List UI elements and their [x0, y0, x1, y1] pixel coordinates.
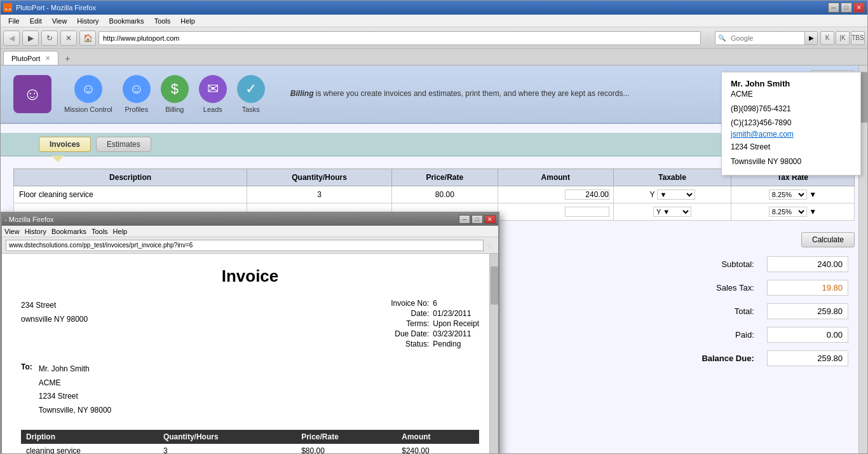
- menu-help[interactable]: Help: [175, 16, 200, 26]
- app-header: ☺ ☺ Mission Control ☺ Profiles: [1, 65, 867, 124]
- billing-description: Billing is where you create invoices and…: [278, 88, 797, 100]
- invoices-tab[interactable]: Invoices: [39, 137, 91, 152]
- menu-view[interactable]: View: [47, 16, 72, 26]
- row2-amount-input[interactable]: [565, 207, 609, 217]
- menu-history[interactable]: History: [72, 16, 104, 26]
- subtotal-value-cell: 240.00: [761, 252, 855, 276]
- tab-label: PlutoPort: [11, 55, 40, 62]
- overlay-bookmark-star[interactable]: ☆: [486, 240, 494, 251]
- reload-button[interactable]: ↻: [41, 31, 58, 46]
- profile-popup: Mr. John Smith ACME (B)(098)765-4321 (C)…: [721, 72, 861, 175]
- overlay-to-address: Mr. John Smith ACME 1234 Street Townsvil…: [39, 362, 112, 417]
- overlay-menu-view[interactable]: View: [4, 228, 20, 235]
- search-input[interactable]: [728, 34, 804, 42]
- overlay-col-qty: Quantity/Hours: [158, 430, 296, 444]
- row2-tax-rate-select[interactable]: 8.25%: [769, 207, 807, 217]
- overlay-close-btn[interactable]: ✕: [484, 215, 496, 224]
- tab-close-button[interactable]: ✕: [45, 55, 50, 62]
- bookmark-star[interactable]: ☆: [703, 32, 712, 44]
- nav-bar: ◀ ▶ ↻ ✕ 🏠 ☆ 🔍 ▶ K |K TBS: [1, 27, 867, 49]
- title-bar: 🦊 PlutoPort - Mozilla Firefox ─ □ ✕: [1, 1, 867, 15]
- table-row: 3 80.00 Y ▼ 8.25% ▼: [14, 186, 855, 203]
- subtotal-label: Subtotal:: [664, 252, 761, 276]
- menu-file[interactable]: File: [3, 16, 25, 26]
- meta-terms-value: Upon Receipt: [429, 319, 479, 328]
- row1-taxable-select[interactable]: ▼: [657, 189, 695, 200]
- row1-amount-input[interactable]: [565, 189, 609, 200]
- row1-quantity: 3: [247, 186, 392, 203]
- main-content: ☺ ☺ Mission Control ☺ Profiles: [1, 65, 867, 453]
- profile-name: Mr. John Smith: [731, 79, 851, 88]
- nav-tasks[interactable]: ✓ Tasks: [237, 75, 265, 113]
- overlay-menu-tools[interactable]: Tools: [92, 228, 108, 235]
- total-row: Total: 259.80: [664, 299, 855, 323]
- totals-table: Subtotal: 240.00 Sales Tax: 19.80 Total:…: [664, 252, 855, 370]
- meta-status-value: Pending: [429, 340, 461, 348]
- tab-plutoport[interactable]: PlutoPort ✕: [3, 51, 58, 65]
- estimates-tab[interactable]: Estimates: [96, 137, 151, 152]
- maximize-button[interactable]: □: [841, 3, 852, 13]
- profile-company: ACME: [731, 90, 851, 99]
- overlay-from-address: 234 Street ownsville NY 98000: [21, 299, 88, 350]
- nav-profiles[interactable]: ☺ Profiles: [123, 75, 151, 113]
- overlay-invoice-table: Dription Quantity/Hours Price/Rate Amoun…: [21, 430, 479, 453]
- overlay-col-amount: Amount: [397, 430, 479, 444]
- overlay-menu: View History Bookmarks Tools Help: [2, 226, 498, 237]
- row1-taxable: Y ▼: [613, 186, 731, 203]
- overlay-table-header-row: Dription Quantity/Hours Price/Rate Amoun…: [21, 430, 479, 444]
- stop-button[interactable]: ✕: [60, 31, 77, 46]
- kaspersky-btn[interactable]: K: [820, 31, 834, 45]
- overlay-title-bar: - Mozilla Firefox ─ □ ✕: [2, 213, 498, 226]
- row2-taxable-select[interactable]: Y ▼: [653, 207, 691, 217]
- overlay-scroll-thumb[interactable]: [491, 266, 498, 305]
- overlay-minimize-btn[interactable]: ─: [459, 215, 470, 224]
- profile-email[interactable]: jsmith@acme.com: [731, 130, 794, 139]
- title-bar-buttons: ─ □ ✕: [828, 3, 865, 13]
- overlay-scrollbar[interactable]: [489, 254, 498, 453]
- calculate-button[interactable]: Calculate: [801, 232, 855, 247]
- mission-control-icon: ☺: [81, 81, 95, 97]
- overlay-address-input[interactable]: [6, 240, 484, 251]
- billing-label: Billing: [165, 106, 184, 113]
- total-value-cell: 259.80: [761, 299, 855, 323]
- overlay-invoice-from: 234 Street ownsville NY 98000 Invoice No…: [21, 299, 479, 350]
- new-tab-button[interactable]: +: [61, 52, 74, 65]
- overlay-menu-bookmarks[interactable]: Bookmarks: [51, 228, 86, 235]
- extra-btn-1[interactable]: |K: [836, 31, 850, 45]
- logo-icon: ☺: [24, 84, 42, 104]
- profiles-label: Profiles: [125, 106, 148, 113]
- forward-button[interactable]: ▶: [22, 31, 39, 46]
- menu-edit[interactable]: Edit: [25, 16, 47, 26]
- overlay-menu-help[interactable]: Help: [113, 228, 128, 235]
- nav-mission-control[interactable]: ☺ Mission Control: [64, 75, 112, 113]
- menu-bookmarks[interactable]: Bookmarks: [104, 16, 149, 26]
- tasks-label: Tasks: [242, 106, 260, 113]
- leads-label: Leads: [203, 106, 222, 113]
- extra-btn-2[interactable]: TBS: [851, 31, 865, 45]
- overlay-maximize-btn[interactable]: □: [471, 215, 483, 224]
- minimize-button[interactable]: ─: [828, 3, 839, 13]
- overlay-menu-history[interactable]: History: [25, 228, 46, 235]
- menu-tools[interactable]: Tools: [149, 16, 176, 26]
- total-value: 259.80: [767, 303, 848, 319]
- back-button[interactable]: ◀: [3, 31, 20, 46]
- overlay-to-company: ACME: [39, 376, 112, 390]
- col-amount: Amount: [498, 169, 613, 186]
- row1-tax-rate-select[interactable]: 8.25%: [769, 189, 807, 200]
- address-bar[interactable]: [98, 31, 701, 45]
- home-button[interactable]: 🏠: [79, 31, 96, 46]
- close-button[interactable]: ✕: [853, 3, 865, 13]
- overlay-to-city: Townsville, NY 98000: [39, 404, 112, 418]
- search-submit[interactable]: ▶: [804, 32, 817, 45]
- balance-label: Balance Due:: [664, 347, 761, 370]
- nav-leads[interactable]: ✉ Leads: [199, 75, 227, 113]
- overlay-tb-buttons: ─ □ ✕: [459, 215, 496, 224]
- total-label: Total:: [664, 299, 761, 323]
- nav-billing[interactable]: $ Billing: [161, 75, 189, 113]
- overlay-to-label: To:: [21, 362, 32, 417]
- sales-tax-value: 19.80: [767, 280, 848, 296]
- row2-tax-dropdown-icon: ▼: [809, 207, 817, 216]
- sub-nav-arrow: [51, 156, 64, 162]
- row1-description-input[interactable]: [18, 189, 243, 200]
- overlay-browser-title: - Mozilla Firefox: [4, 216, 54, 223]
